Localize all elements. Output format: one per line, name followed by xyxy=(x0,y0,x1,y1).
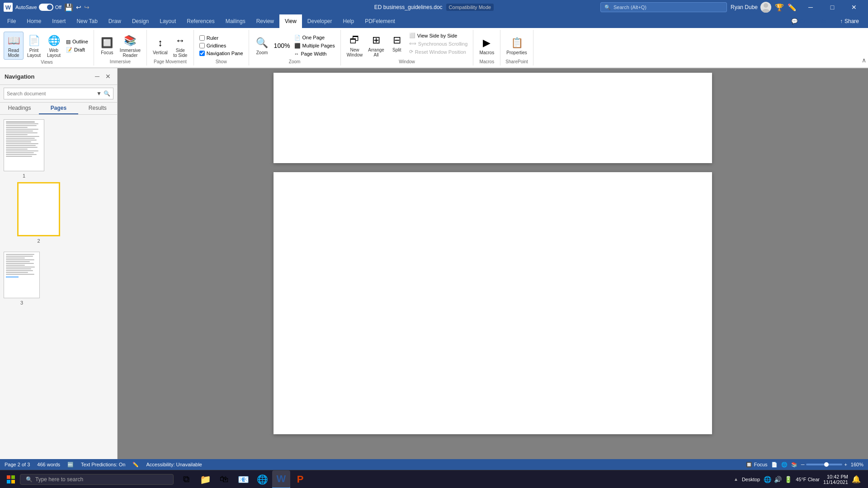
web-layout-button[interactable]: 🌐 WebLayout xyxy=(44,32,63,59)
web-view-icon[interactable]: 🌐 xyxy=(781,462,788,468)
taskbar-word[interactable]: W xyxy=(272,470,290,488)
taskbar-search[interactable]: 🔍 Type here to search xyxy=(20,474,174,485)
vertical-button[interactable]: ↕ Vertical xyxy=(151,34,170,56)
tab-file[interactable]: File xyxy=(2,14,21,28)
share-button[interactable]: ↑ Share xyxy=(835,16,864,26)
print-layout-button[interactable]: 📄 PrintLayout xyxy=(24,32,43,59)
tab-design[interactable]: Design xyxy=(127,14,154,28)
gridlines-checkbox[interactable] xyxy=(199,43,205,48)
page-2-thumb[interactable] xyxy=(17,182,60,236)
taskbar-store[interactable]: 🛍 xyxy=(215,470,233,488)
page-3-container[interactable]: 3 xyxy=(4,252,40,305)
tab-pdfelement[interactable]: PDFelement xyxy=(359,14,401,28)
user-info[interactable]: Ryan Dube xyxy=(731,2,771,13)
page-width-button[interactable]: ↔ Page Width xyxy=(292,50,337,57)
desktop-label[interactable]: Desktop xyxy=(742,477,760,482)
pen-icon[interactable]: ✏️ xyxy=(788,3,797,12)
network-icon[interactable]: 🌐 xyxy=(764,476,771,483)
focus-label[interactable]: 🔲 Focus xyxy=(746,462,768,468)
tab-insert[interactable]: Insert xyxy=(47,14,71,28)
tab-new-tab[interactable]: New Tab xyxy=(71,14,103,28)
tab-draw[interactable]: Draw xyxy=(103,14,127,28)
macros-button[interactable]: ▶ Macros xyxy=(477,34,496,56)
tab-mailings[interactable]: Mailings xyxy=(220,14,251,28)
redo-icon[interactable]: ↪ xyxy=(84,4,90,11)
title-search-bar[interactable]: 🔍 Search (Alt+Q) xyxy=(600,2,727,12)
view-side-by-side-button[interactable]: ⬜ View Side by Side xyxy=(407,32,469,39)
side-to-side-button[interactable]: ↔ Sideto Side xyxy=(171,32,190,59)
nav-tab-headings[interactable]: Headings xyxy=(0,103,39,114)
autosave-toggle[interactable]: AutoSave Off xyxy=(15,4,61,11)
read-mode-button[interactable]: 📖 ReadMode xyxy=(4,32,24,60)
zoom-control[interactable]: ─ + xyxy=(801,462,847,467)
taskbar-app-6[interactable]: 🌐 xyxy=(253,470,271,488)
properties-button[interactable]: 📋 Properties xyxy=(504,34,529,56)
undo-icon[interactable]: ↩ xyxy=(76,4,81,11)
draft-button[interactable]: 📝 Draft xyxy=(64,46,90,54)
accessibility[interactable]: Accessibility: Unavailable xyxy=(146,462,202,467)
taskbar-explorer[interactable]: 📁 xyxy=(196,470,214,488)
nav-search[interactable]: ▼ 🔍 xyxy=(0,85,117,103)
volume-icon[interactable]: 🔊 xyxy=(774,476,782,483)
search-dropdown-icon[interactable]: ▼ xyxy=(96,90,102,97)
show-desktop-arrow[interactable]: ▲ xyxy=(734,477,738,482)
clock[interactable]: 10:42 PM 11/14/2021 xyxy=(823,474,848,485)
reset-window-button[interactable]: ⟳ Reset Window Position xyxy=(407,48,469,56)
nav-tab-results[interactable]: Results xyxy=(78,103,117,114)
navigation-pane-checkbox-btn[interactable]: Navigation Pane xyxy=(198,50,245,57)
reader-view-icon[interactable]: 📚 xyxy=(791,462,797,468)
page-3-thumb[interactable] xyxy=(4,252,40,298)
tab-home[interactable]: Home xyxy=(21,14,47,28)
minimize-button[interactable]: ─ xyxy=(800,0,821,14)
multiple-pages-button[interactable]: ⬛ Multiple Pages xyxy=(292,42,337,50)
tab-developer[interactable]: Developer xyxy=(302,14,338,28)
search-box[interactable]: ▼ 🔍 xyxy=(4,88,113,99)
comments-button[interactable]: 💬 Comments xyxy=(786,16,831,27)
ribbon-expand-icon[interactable]: ∧ xyxy=(862,56,866,64)
nav-tab-pages[interactable]: Pages xyxy=(39,103,78,114)
arrange-all-button[interactable]: ⊞ ArrangeAll xyxy=(366,32,387,59)
gridlines-checkbox-btn[interactable]: Gridlines xyxy=(198,42,245,49)
search-execute-icon[interactable]: 🔍 xyxy=(104,90,110,97)
zoom-in-icon[interactable]: + xyxy=(844,462,847,467)
text-predictions[interactable]: Text Predictions: On xyxy=(81,462,125,467)
taskbar-app-5[interactable]: 📧 xyxy=(234,470,252,488)
taskbar-task-view[interactable]: ⧉ xyxy=(177,470,195,488)
page-1-thumb[interactable] xyxy=(4,119,44,171)
outline-button[interactable]: ▤ Outline xyxy=(64,38,90,46)
tab-layout[interactable]: Layout xyxy=(154,14,181,28)
sync-scrolling-button[interactable]: ⟺ Synchronous Scrolling xyxy=(407,40,469,47)
taskbar-app-8[interactable]: P xyxy=(291,470,309,488)
immersive-reader-button[interactable]: 📚 ImmersiveReader xyxy=(118,32,143,59)
tab-view[interactable]: View xyxy=(279,14,302,28)
zoom-slider[interactable] xyxy=(806,464,842,465)
save-icon[interactable]: 💾 xyxy=(64,3,73,12)
autosave-switch[interactable] xyxy=(39,4,53,11)
search-input[interactable] xyxy=(7,91,94,96)
tab-references[interactable]: References xyxy=(181,14,220,28)
restore-button[interactable]: □ xyxy=(822,0,843,14)
weather-info[interactable]: 45°F Clear xyxy=(796,477,820,482)
page-1-container[interactable]: 1 xyxy=(4,119,44,178)
rewards-icon[interactable]: 🏆 xyxy=(775,3,784,12)
page-view-icon[interactable]: 📄 xyxy=(771,462,778,468)
new-window-button[interactable]: 🗗 NewWindow xyxy=(344,32,365,59)
zoom-out-icon[interactable]: ─ xyxy=(801,462,805,467)
zoom-100-button[interactable]: 100% xyxy=(273,37,292,54)
start-button[interactable] xyxy=(4,472,18,487)
tab-review[interactable]: Review xyxy=(251,14,279,28)
nav-collapse-button[interactable]: ─ xyxy=(93,72,102,81)
notifications-icon[interactable]: 🔔 xyxy=(852,475,861,483)
navigation-pane-checkbox[interactable] xyxy=(199,51,205,56)
ruler-checkbox-btn[interactable]: Ruler xyxy=(198,34,245,42)
nav-close-button[interactable]: ✕ xyxy=(104,72,113,81)
close-button[interactable]: ✕ xyxy=(844,0,864,14)
doc-page-2[interactable] xyxy=(274,172,712,434)
tab-help[interactable]: Help xyxy=(338,14,360,28)
page-2-container[interactable]: 2 xyxy=(17,182,60,244)
one-page-button[interactable]: 📄 One Page xyxy=(292,34,337,42)
zoom-percent[interactable]: 160% xyxy=(851,462,863,467)
split-button[interactable]: ⊟ Split xyxy=(387,32,406,59)
zoom-button[interactable]: 🔍 Zoom xyxy=(253,34,272,56)
ruler-checkbox[interactable] xyxy=(199,35,205,41)
